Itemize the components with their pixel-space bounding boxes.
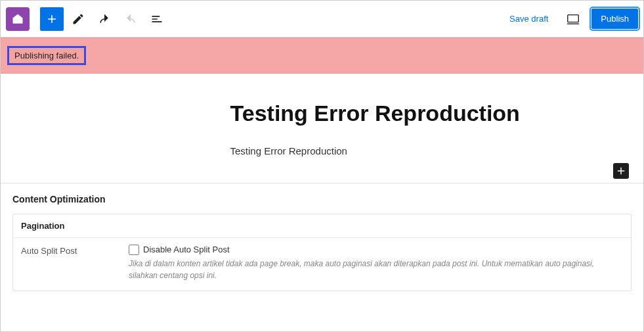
undo-icon (98, 12, 111, 26)
redo-button[interactable] (119, 7, 142, 31)
post-body-paragraph[interactable]: Testing Error Reproduction (230, 145, 532, 156)
list-icon (150, 12, 163, 26)
error-message: Publishing failed. (7, 46, 86, 65)
plus-icon (45, 12, 58, 26)
error-notice: Publishing failed. (1, 37, 643, 74)
pagination-panel-title: Pagination (13, 214, 631, 238)
redo-icon (124, 12, 137, 26)
content-optimization-section: Content Optimization Pagination Auto Spl… (1, 183, 643, 299)
edit-tool-button[interactable] (66, 7, 90, 31)
svg-rect-0 (568, 14, 579, 22)
app-logo[interactable] (6, 7, 30, 31)
disable-auto-split-checkbox-label: Disable Auto Split Post (143, 245, 230, 254)
save-draft-button[interactable]: Save draft (504, 10, 553, 28)
post-title[interactable]: Testing Error Reproduction (230, 100, 532, 127)
auto-split-row: Auto Split Post Disable Auto Split Post … (13, 238, 631, 291)
add-block-button[interactable] (40, 7, 64, 31)
pagination-panel: Pagination Auto Split Post Disable Auto … (12, 214, 632, 291)
plus-icon (615, 165, 627, 177)
undo-button[interactable] (93, 7, 116, 31)
editor-toolbar: Save draft Publish (1, 1, 643, 37)
disable-auto-split-checkbox[interactable] (129, 245, 139, 255)
pencil-icon (72, 12, 85, 26)
auto-split-label: Auto Split Post (21, 245, 113, 256)
auto-split-help-text: Jika di dalam konten artikel tidak ada p… (129, 258, 623, 281)
editor-canvas: Testing Error Reproduction Testing Error… (1, 74, 643, 183)
envelope-icon (11, 12, 24, 26)
document-outline-button[interactable] (145, 7, 169, 31)
content-optimization-title: Content Optimization (12, 194, 632, 204)
inline-add-block-button[interactable] (613, 163, 629, 179)
desktop-icon (566, 12, 580, 26)
preview-button[interactable] (561, 7, 585, 31)
publish-button[interactable]: Publish (591, 9, 638, 29)
